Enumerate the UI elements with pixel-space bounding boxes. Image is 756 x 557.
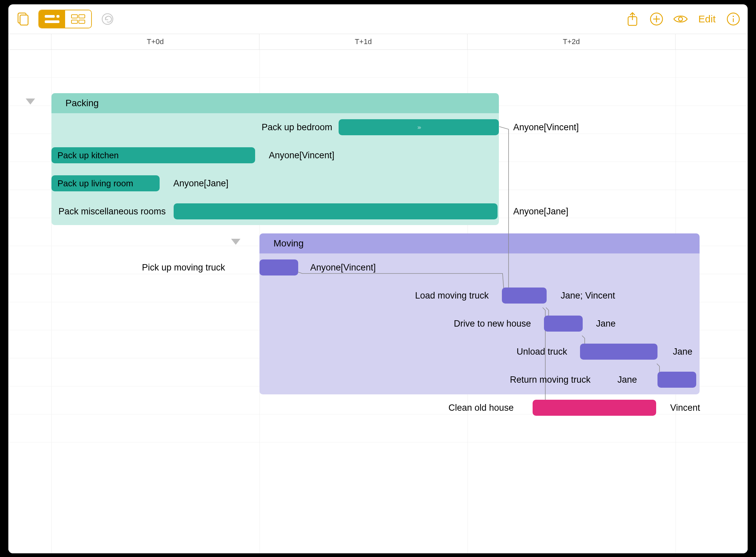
task-bar-unload[interactable] (580, 344, 658, 360)
task-bar-load-truck[interactable] (502, 288, 547, 303)
time-header: T+0d T+1d T+2d (8, 34, 748, 50)
task-assignee: Anyone[Jane] (513, 203, 568, 219)
task-bar-drive[interactable] (544, 316, 583, 331)
task-assignee: Jane (673, 344, 693, 360)
view-mode-segmented (38, 10, 92, 28)
task-assignee: Anyone[Jane] (173, 175, 228, 192)
time-col-1: T+1d (259, 34, 467, 50)
time-col-label: T+0d (147, 37, 164, 46)
svg-point-15 (678, 17, 682, 21)
row-bg (8, 414, 748, 442)
svg-point-17 (733, 16, 734, 17)
svg-rect-5 (71, 15, 78, 18)
view-button[interactable] (672, 11, 689, 27)
info-button[interactable] (725, 11, 742, 27)
toolbar-right: Edit (624, 11, 742, 27)
toolbar-left (14, 10, 116, 28)
task-label: Pick up moving truck (142, 260, 225, 275)
gantt-icon (43, 13, 61, 25)
group-title: Moving (273, 238, 303, 249)
svg-rect-3 (45, 20, 59, 23)
documents-button[interactable] (14, 11, 31, 27)
gantt-chart[interactable]: Packing Moving (8, 50, 748, 553)
inprogress-icon: ››› (339, 119, 499, 135)
share-button[interactable] (624, 11, 641, 27)
disclosure-packing[interactable] (25, 97, 36, 107)
svg-marker-20 (231, 239, 240, 245)
disclosure-moving[interactable] (230, 237, 241, 247)
svg-marker-19 (26, 98, 35, 105)
group-title: Packing (65, 98, 99, 109)
task-bar-pack-bedroom[interactable]: ››› (339, 119, 499, 135)
task-label: Return moving truck (510, 372, 591, 388)
svg-rect-4 (56, 15, 59, 18)
task-bar-pick-truck[interactable] (259, 260, 298, 275)
edit-button[interactable]: Edit (696, 13, 718, 25)
task-bar-pack-living[interactable]: Pack up living room (52, 175, 159, 192)
time-col-end (675, 34, 748, 50)
group-moving[interactable]: Moving (259, 233, 700, 394)
task-bar-return-truck[interactable] (658, 372, 696, 388)
gantt-view-button[interactable] (39, 10, 65, 28)
plus-circle-icon (649, 12, 664, 26)
row-bg (8, 50, 748, 78)
eye-icon (672, 14, 689, 24)
task-assignee: Anyone[Vincent] (269, 147, 334, 163)
info-icon (726, 12, 740, 26)
task-assignee: Jane (596, 316, 616, 331)
time-col-gutter (8, 34, 52, 50)
task-assignee: Anyone[Vincent] (310, 260, 376, 275)
task-bar-pack-kitchen[interactable]: Pack up kitchen (52, 147, 255, 163)
svg-rect-7 (71, 20, 78, 23)
undo-button[interactable] (99, 11, 116, 27)
task-label: Load moving truck (415, 288, 489, 303)
add-button[interactable] (648, 11, 665, 27)
task-label: Drive to new house (454, 316, 531, 331)
task-label: Pack up kitchen (57, 147, 119, 163)
toolbar: Edit (8, 4, 748, 34)
undo-icon (101, 12, 114, 26)
group-packing-header[interactable]: Packing (52, 93, 499, 113)
task-assignee: Jane; Vincent (561, 288, 615, 303)
task-label: Pack up living room (57, 175, 133, 192)
svg-rect-1 (20, 15, 28, 25)
documents-icon (16, 12, 30, 26)
svg-rect-8 (79, 20, 85, 23)
app-window: Edit T+0d T+1d T+2d (8, 4, 748, 553)
task-assignee: Jane (617, 372, 637, 388)
task-label: Clean old house (448, 400, 514, 416)
chevron-down-icon (230, 237, 241, 246)
grid-view-button[interactable] (65, 10, 91, 28)
chevron-down-icon (25, 97, 36, 106)
grid-icon (69, 13, 87, 25)
task-label: Pack miscellaneous rooms (58, 203, 166, 219)
svg-rect-6 (79, 15, 85, 18)
task-assignee: Vincent (670, 400, 700, 416)
time-col-label: T+2d (563, 37, 580, 46)
svg-rect-2 (45, 15, 55, 18)
task-assignee: Anyone[Vincent] (513, 119, 579, 135)
task-bar-clean[interactable] (533, 400, 656, 416)
time-col-2: T+2d (467, 34, 675, 50)
task-bar-pack-misc[interactable] (174, 203, 498, 219)
share-icon (626, 11, 639, 27)
time-col-0: T+0d (52, 34, 259, 50)
task-label: Pack up bedroom (242, 119, 332, 135)
time-col-label: T+1d (355, 37, 372, 46)
group-moving-header[interactable]: Moving (259, 233, 700, 254)
task-label: Unload truck (517, 344, 567, 360)
